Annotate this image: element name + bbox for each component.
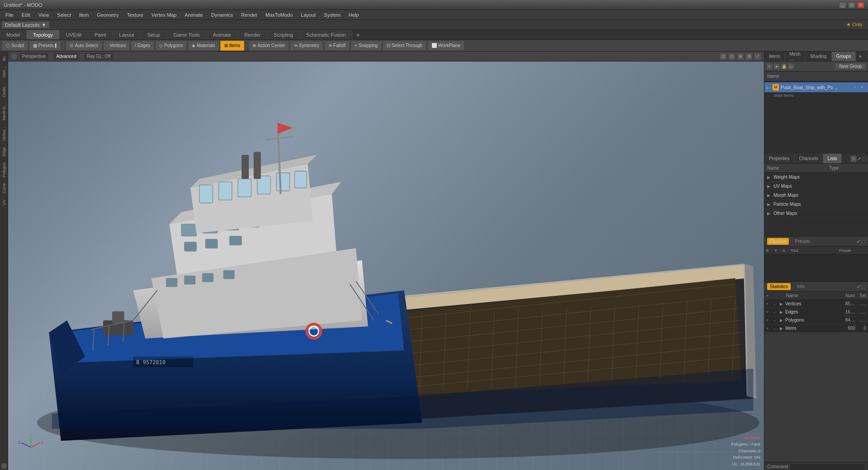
menu-render[interactable]: Render <box>237 11 261 19</box>
pipeline-float-btn[interactable]: ⬚ <box>861 239 865 244</box>
pipeline-expand-btn[interactable]: ⤢ <box>857 239 860 244</box>
menu-layout[interactable]: Layout <box>297 11 319 19</box>
stats-tab-info[interactable]: Info <box>794 283 807 290</box>
item-lock-toggle[interactable]: ■ <box>861 85 866 90</box>
vertices-button[interactable]: · Vertices <box>103 41 130 51</box>
prop-add-btn[interactable]: + <box>850 156 857 162</box>
minimize-button[interactable]: _ <box>839 2 846 8</box>
tab-schematic-fusion[interactable]: Schematic Fusion <box>300 30 352 39</box>
tab-game-tools[interactable]: Game Tools <box>167 30 207 39</box>
viewport-toggle[interactable] <box>11 53 17 60</box>
vp-icon-render[interactable]: ⊙ <box>728 53 735 60</box>
sidebar-tab-dedic[interactable]: Dedic... <box>1 81 7 100</box>
command-input[interactable] <box>790 463 865 470</box>
tab-setup[interactable]: Setup <box>141 30 167 39</box>
sidebar-tab-polygon[interactable]: Polygon <box>1 160 7 180</box>
vp-icon-fit[interactable]: ⊡ <box>720 53 727 60</box>
auto-select-button[interactable]: ⊙ Auto Select <box>66 41 102 51</box>
pipeline-tab-presets[interactable]: Presets <box>792 238 813 245</box>
other-maps-expand[interactable]: ▶ <box>767 211 772 216</box>
list-item[interactable]: ▶ M Push_Boat_Ship_with_Po ... ● ■ <box>764 82 868 92</box>
sidebar-tab-uv[interactable]: UV <box>1 197 7 208</box>
prop-uv-maps[interactable]: ▶ UV Maps <box>764 182 868 191</box>
menu-geometry[interactable]: Geometry <box>93 11 122 19</box>
sidebar-tab-vertex[interactable]: Vertex... <box>1 123 7 144</box>
sculpt-button[interactable]: ⬡ Sculpt <box>2 41 28 51</box>
items-lock-btn[interactable]: 🔒 <box>781 63 787 70</box>
action-center-button[interactable]: ⊕ Action Center <box>248 41 289 51</box>
materials-button[interactable]: ◈ Materials <box>188 41 219 51</box>
prop-particle-maps[interactable]: ▶ Particle Maps <box>764 200 868 209</box>
prop-morph-maps[interactable]: ▶ Morph Maps <box>764 191 868 200</box>
sidebar-circle-button[interactable] <box>1 463 7 469</box>
tab-animate[interactable]: Animate <box>207 30 238 39</box>
prop-float-btn[interactable]: ⬚ <box>862 156 866 161</box>
viewport-canvas[interactable]: B 9572810 <box>8 62 764 470</box>
items-button[interactable]: ⊞ Items <box>220 41 244 51</box>
viewport-perspective[interactable]: Perspective <box>20 53 48 60</box>
prop-tab-properties[interactable]: Properties <box>764 154 795 163</box>
layout-dropdown[interactable]: Default Layouts ▼ <box>2 21 49 28</box>
sidebar-tab-bc[interactable]: Bc <box>1 53 7 64</box>
stats-float-btn[interactable]: ⬚ <box>861 284 865 289</box>
item-expand-icon[interactable]: ▶ <box>766 85 771 90</box>
vp-icon-camera[interactable]: ⊕ <box>737 53 744 60</box>
item-visible-toggle[interactable]: ● <box>854 85 859 90</box>
pipeline-tab-pipeline[interactable]: Pipeline <box>767 238 789 245</box>
menu-help[interactable]: Help <box>345 11 363 19</box>
items-render-btn[interactable]: ▷ <box>788 63 794 70</box>
viewport-advanced[interactable]: Advanced <box>54 53 78 60</box>
symmetry-button[interactable]: ⇔ Symmetry <box>290 41 323 51</box>
menu-system[interactable]: System <box>320 11 344 19</box>
prop-other-maps[interactable]: ▶ Other Maps <box>764 209 868 218</box>
prop-tab-lists[interactable]: Lists <box>823 154 842 163</box>
stat-edges[interactable]: + · ▶ Edges 16.... ..... <box>764 308 868 316</box>
viewport-raygl[interactable]: Ray GL: Off <box>85 53 113 60</box>
menu-edit[interactable]: Edit <box>18 11 34 19</box>
items-new-btn[interactable]: + <box>766 63 773 70</box>
sidebar-tab-mesh-edit[interactable]: Mesh E... <box>1 100 7 123</box>
rpanel-float-button[interactable]: ⤢ <box>864 52 868 61</box>
menu-dynamics[interactable]: Dynamics <box>208 11 237 19</box>
tab-layout[interactable]: Layout <box>113 30 141 39</box>
rpanel-tab-mesh[interactable]: Mesh .... <box>785 52 805 61</box>
edges-button[interactable]: / Edges <box>131 41 154 51</box>
rpanel-expand-button[interactable]: + <box>856 52 864 61</box>
menu-file[interactable]: File <box>2 11 17 19</box>
stat-vertices[interactable]: + · ▶ Vertices 85.... ..... <box>764 300 868 308</box>
tab-scripting[interactable]: Scripting <box>267 30 300 39</box>
rpanel-tab-items[interactable]: Items <box>764 52 785 61</box>
prop-expand-btn[interactable]: ⤢ <box>858 156 861 161</box>
menu-view[interactable]: View <box>35 11 53 19</box>
menu-maxtomodo[interactable]: MaxToModo <box>262 11 296 19</box>
menu-item[interactable]: Item <box>76 11 92 19</box>
menu-vertex-map[interactable]: Vertex Map <box>148 11 180 19</box>
tab-topology[interactable]: Topology <box>27 30 60 39</box>
tab-render[interactable]: Render <box>238 30 267 39</box>
stats-tab-statistics[interactable]: Statistics <box>767 283 791 290</box>
prop-tab-channels[interactable]: Channels <box>795 154 823 163</box>
menu-texture[interactable]: Texture <box>123 11 147 19</box>
morph-maps-expand[interactable]: ▶ <box>767 193 772 198</box>
menu-select[interactable]: Select <box>53 11 75 19</box>
particle-maps-expand[interactable]: ▶ <box>767 202 772 207</box>
items-eye-btn[interactable]: ● <box>773 63 780 70</box>
presets-button[interactable]: ▦ Presets ▌ <box>29 41 62 51</box>
weight-maps-expand[interactable]: ▶ <box>767 175 772 180</box>
sidebar-tab-curve[interactable]: Curve <box>1 180 7 196</box>
sidebar-tab-edge[interactable]: Edge <box>1 144 7 159</box>
menu-animate[interactable]: Animate <box>181 11 206 19</box>
stat-items[interactable]: + · ▶ Items 600 0 <box>764 324 868 332</box>
tab-uvedit[interactable]: UVEdit <box>60 30 88 39</box>
tab-paint[interactable]: Paint <box>88 30 113 39</box>
prop-weight-maps[interactable]: ▶ Weight Maps <box>764 173 868 182</box>
maximize-button[interactable]: □ <box>848 2 855 8</box>
new-group-button[interactable]: New Group <box>835 63 866 70</box>
only-toggle[interactable]: ★ Only <box>843 21 866 28</box>
rpanel-tab-groups[interactable]: Groups <box>832 52 856 61</box>
falloff-button[interactable]: ≋ Falloff <box>324 41 350 51</box>
add-tab-button[interactable]: + <box>352 30 363 39</box>
polygons-button[interactable]: ◇ Polygons <box>155 41 187 51</box>
workplane-button[interactable]: ⬜ WorkPlane <box>427 41 465 51</box>
uv-maps-expand[interactable]: ▶ <box>767 184 772 189</box>
